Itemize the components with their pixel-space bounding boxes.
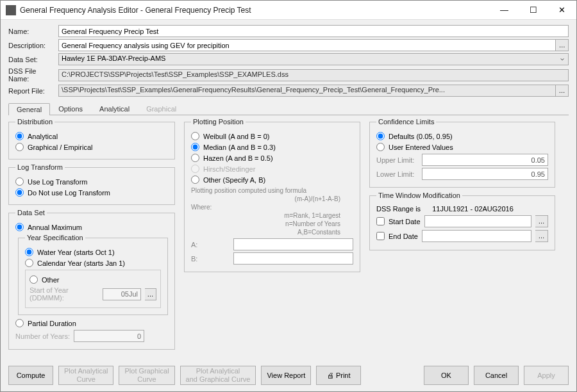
dist-analytical-radio[interactable] [15, 132, 24, 140]
dataset-group: Data Set Annual Maximum Year Specificati… [8, 209, 175, 350]
start-date-picker-button[interactable]: … [535, 215, 548, 227]
pp-hirsch-label: Hirsch/Stedinger [203, 165, 255, 173]
pp-weibull-radio[interactable] [191, 132, 199, 140]
description-input[interactable] [58, 39, 556, 51]
app-icon [6, 5, 16, 15]
dataset-legend: Data Set [15, 209, 47, 216]
cl-defaults-radio[interactable] [376, 132, 385, 140]
pp-median-label: Median (A and B = 0.3) [203, 143, 276, 151]
cl-user-label: User Entered Values [389, 143, 453, 151]
pp-where-label: Where: [191, 203, 353, 211]
cl-user-radio[interactable] [376, 143, 385, 151]
minimize-button[interactable]: — [490, 1, 519, 19]
cl-lower-input [422, 168, 548, 180]
view-report-button[interactable]: View Report [261, 366, 311, 385]
report-file-browse-button[interactable]: … [556, 85, 569, 97]
end-date-picker-button[interactable]: … [535, 230, 548, 242]
partial-duration-radio[interactable] [15, 319, 24, 327]
distribution-group: Distribution Analytical Graphical / Empi… [8, 118, 175, 159]
tab-bar: General Options Analytical Graphical [8, 102, 569, 115]
calendar-year-label: Calendar Year (starts Jan 1) [37, 259, 125, 267]
compute-button[interactable]: Compute [8, 366, 53, 385]
cl-upper-input [422, 154, 548, 166]
dss-file-path: C:\PROJECTS\SSP\Projects\Test\SSP_Exampl… [58, 69, 569, 81]
report-file-label: Report File: [8, 87, 58, 95]
confidence-limits-legend: Confidence Limits [376, 118, 436, 126]
pp-a-input [233, 238, 353, 250]
pp-a-label: A: [191, 241, 230, 249]
annual-max-radio[interactable] [15, 223, 24, 231]
partial-duration-label: Partial Duration [28, 320, 76, 327]
app-window: General Frequency Analysis Editor - Gene… [0, 0, 577, 392]
year-spec-group: Year Specification Water Year (starts Oc… [18, 234, 168, 315]
tab-general[interactable]: General [8, 103, 50, 115]
dataset-select[interactable]: Hawley 1E PA-3DAY-Precip-AMS [58, 53, 569, 65]
header-form: Name: Description: … Data Set: Hawley 1E… [1, 20, 576, 101]
start-date-input [424, 215, 531, 227]
tab-graphical: Graphical [138, 102, 185, 115]
pp-b-input [233, 252, 353, 265]
plotting-position-legend: Plotting Position [191, 118, 246, 126]
time-window-legend: Time Window Modification [376, 192, 462, 199]
maximize-button[interactable]: ☐ [519, 1, 548, 19]
tab-analytical[interactable]: Analytical [91, 102, 138, 115]
pp-formula-text: Plotting position computed using formula [191, 186, 353, 195]
pp-hazen-label: Hazen (A and B = 0.5) [203, 154, 273, 162]
dss-file-label: DSS File Name: [8, 67, 58, 83]
apply-button: Apply [524, 366, 569, 385]
end-date-checkbox[interactable] [376, 232, 385, 240]
print-button[interactable]: 🖨 Print [316, 366, 361, 385]
log-use-radio[interactable] [15, 177, 24, 186]
start-of-year-input [103, 288, 141, 300]
other-year-label: Other [42, 276, 60, 284]
start-of-year-label: Start of Year (DDMMM): [29, 286, 99, 302]
plotting-position-group: Plotting Position Weibull (A and B = 0) … [184, 118, 360, 272]
dss-range-value: 11JUL1921 - 02AUG2016 [432, 205, 514, 213]
pp-n-desc: n=Number of Years [191, 220, 353, 228]
ok-button[interactable]: OK [424, 366, 469, 385]
plot-graphical-curve-button: Plot Graphical Curve [119, 366, 174, 385]
annual-max-label: Annual Maximum [28, 224, 82, 231]
pp-hazen-radio[interactable] [191, 154, 199, 162]
log-legend: Log Transform [15, 163, 65, 171]
cl-upper-label: Upper Limit: [376, 156, 418, 164]
dist-analytical-label: Analytical [28, 133, 58, 140]
plot-analytical-curve-button: Plot Analytical Curve [58, 366, 113, 385]
name-input[interactable] [58, 25, 569, 37]
pp-other-label: Other (Specify A, B) [203, 176, 265, 184]
description-more-button[interactable]: … [556, 39, 569, 51]
name-label: Name: [8, 28, 58, 35]
print-icon: 🖨 [327, 372, 334, 380]
dss-range-label: DSS Range is [376, 205, 421, 213]
pp-hirsch-radio [191, 165, 199, 173]
report-file-path: \SSP\Projects\Test\SSP_Examples\GeneralF… [58, 85, 556, 97]
confidence-limits-group: Confidence Limits Defaults (0.05, 0.95) … [369, 118, 555, 188]
dist-graphical-radio[interactable] [15, 143, 24, 151]
pp-m-desc: m=Rank, 1=Largest [191, 211, 353, 220]
cl-defaults-label: Defaults (0.05, 0.95) [389, 133, 453, 140]
window-title: General Frequency Analysis Editor - Gene… [20, 6, 490, 15]
pp-b-label: B: [191, 255, 230, 263]
pp-formula-eq: (m-A)/(n+1-A-B) [191, 195, 353, 203]
num-years-label: Number of Years: [15, 332, 70, 340]
pp-other-radio[interactable] [191, 176, 199, 184]
print-label: Print [336, 372, 351, 380]
water-year-radio[interactable] [25, 248, 33, 256]
start-of-year-picker-button[interactable]: … [145, 288, 156, 300]
close-button[interactable]: ✕ [548, 1, 576, 19]
log-dont-radio[interactable] [15, 188, 24, 197]
log-dont-label: Do Not use Log Transform [28, 189, 110, 197]
cancel-button[interactable]: Cancel [474, 366, 519, 385]
time-window-group: Time Window Modification DSS Range is 11… [369, 192, 555, 250]
end-date-label: End Date [389, 233, 418, 240]
calendar-year-radio[interactable] [25, 259, 33, 267]
pp-ab-desc: A,B=Constants [191, 228, 353, 236]
other-year-radio[interactable] [29, 275, 38, 284]
start-date-label: Start Date [389, 218, 421, 225]
start-date-checkbox[interactable] [376, 217, 385, 225]
pp-median-radio[interactable] [191, 143, 199, 151]
bottom-button-bar: Compute Plot Analytical Curve Plot Graph… [1, 362, 576, 391]
tab-options[interactable]: Options [50, 102, 91, 115]
cl-lower-label: Lower Limit: [376, 170, 418, 178]
titlebar: General Frequency Analysis Editor - Gene… [1, 1, 576, 20]
